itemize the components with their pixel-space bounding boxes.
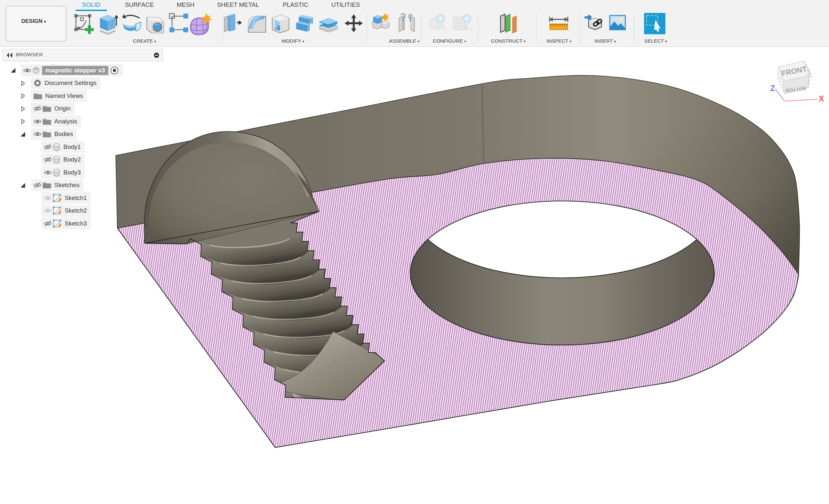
svg-text:Z: Z: [770, 84, 775, 93]
svg-text:X: X: [819, 94, 824, 103]
